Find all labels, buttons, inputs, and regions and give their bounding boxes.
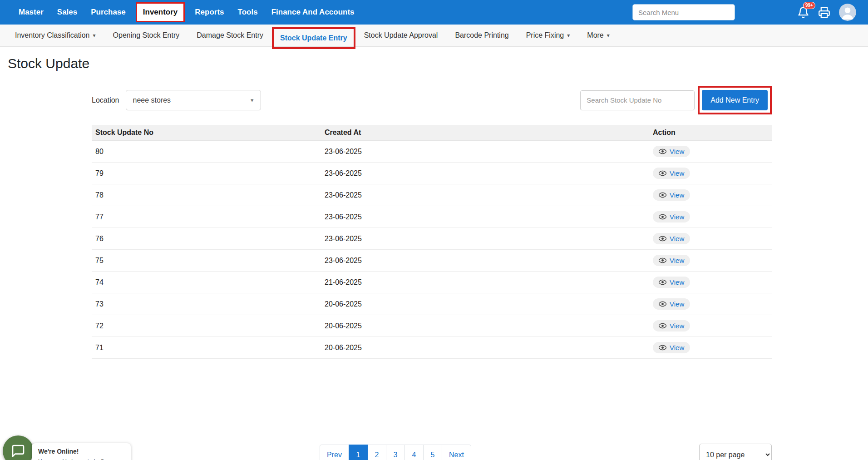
navbar-item[interactable]: Finance And Accounts (265, 0, 361, 25)
chevron-down-icon: ▾ (93, 32, 96, 39)
add-new-entry-button[interactable]: Add New Entry (702, 90, 768, 110)
view-button[interactable]: View (653, 211, 690, 223)
stock-update-no-cell: 79 (92, 163, 321, 184)
pagination-next-button[interactable]: Next (442, 445, 471, 460)
view-button[interactable]: View (653, 233, 690, 244)
view-button[interactable]: View (653, 277, 690, 288)
action-cell: View (649, 141, 772, 163)
header-action: Action (649, 125, 772, 141)
stock-update-no-cell: 76 (92, 228, 321, 250)
notification-badge: 99+ (803, 2, 815, 9)
table-footer: Prev 1 2 3 4 5 Next 10 per page (92, 444, 772, 460)
search-menu-input[interactable] (632, 4, 735, 20)
chat-launcher[interactable] (3, 435, 34, 460)
action-cell: View (649, 293, 772, 315)
subnav-item[interactable]: Stock Update Approval ▾ (355, 31, 447, 40)
notification-bell-icon[interactable]: 99+ (797, 6, 809, 19)
table-row: 77 23-06-2025 View (92, 206, 772, 228)
navbar-right: 99+ (632, 4, 856, 21)
stock-update-no-cell: 73 (92, 293, 321, 315)
view-button-label: View (670, 257, 684, 264)
subnav-item-label: Opening Stock Entry (113, 31, 180, 40)
view-button-label: View (670, 213, 684, 221)
view-button[interactable]: View (653, 342, 690, 353)
eye-icon (659, 192, 666, 198)
view-button-label: View (670, 300, 684, 308)
view-button[interactable]: View (653, 168, 690, 179)
action-cell: View (649, 272, 772, 293)
view-button[interactable]: View (653, 298, 690, 310)
stock-update-search-input[interactable] (580, 90, 695, 110)
inventory-subnav: Inventory Classification ▾ Opening Stock… (0, 25, 868, 47)
stock-update-no-cell: 75 (92, 250, 321, 272)
view-button-label: View (670, 278, 684, 286)
eye-icon (659, 323, 666, 329)
navbar-item[interactable]: Master (12, 0, 50, 25)
navbar-item-label: Purchase (91, 8, 126, 17)
pagination-page-button[interactable]: 3 (386, 445, 405, 460)
table-row: 79 23-06-2025 View (92, 163, 772, 184)
subnav-item-label: Inventory Classification (15, 31, 90, 40)
action-cell: View (649, 250, 772, 272)
pagination-page-button[interactable]: 5 (423, 445, 442, 460)
per-page-select[interactable]: 10 per page (699, 444, 772, 460)
stock-update-no-cell: 77 (92, 206, 321, 228)
subnav-item[interactable]: Price Fixing ▾ (518, 31, 579, 40)
navbar-item[interactable]: Tools (231, 0, 265, 25)
stock-update-no-cell: 78 (92, 184, 321, 206)
stock-update-no-cell: 72 (92, 315, 321, 337)
pagination-page-button[interactable]: 2 (367, 445, 386, 460)
subnav-item-label: Stock Update Approval (364, 31, 438, 40)
pagination-page-button[interactable]: 4 (404, 445, 424, 460)
top-navbar: Master Sales Purchase Inventory Reports … (0, 0, 868, 25)
subnav-item[interactable]: Inventory Classification ▾ (6, 31, 104, 40)
view-button[interactable]: View (653, 146, 690, 157)
eye-icon (659, 279, 666, 285)
user-avatar[interactable] (839, 4, 856, 21)
view-button[interactable]: View (653, 189, 690, 201)
printer-icon[interactable] (818, 6, 830, 19)
stock-update-no-cell: 80 (92, 141, 321, 163)
per-page-control: 10 per page (699, 444, 772, 460)
action-cell: View (649, 337, 772, 359)
subnav-item[interactable]: Stock Update Entry ▾ (272, 27, 355, 49)
view-button[interactable]: View (653, 255, 690, 266)
action-cell: View (649, 184, 772, 206)
eye-icon (659, 257, 666, 263)
table-row: 72 20-06-2025 View (92, 315, 772, 337)
table-row: 74 21-06-2025 View (92, 272, 772, 293)
eye-icon (659, 236, 666, 242)
navbar-item[interactable]: Sales (50, 0, 84, 25)
navbar-item[interactable]: Inventory (136, 2, 185, 22)
chat-popup[interactable]: We're Online! How may I help you today? (32, 443, 131, 460)
view-button-label: View (670, 235, 684, 242)
action-cell: View (649, 206, 772, 228)
created-at-cell: 20-06-2025 (321, 337, 649, 359)
subnav-item[interactable]: More ▾ (578, 31, 618, 40)
navbar-item[interactable]: Purchase (84, 0, 133, 25)
chevron-down-icon: ▾ (567, 32, 570, 39)
subnav-item[interactable]: Barcode Printing ▾ (446, 31, 517, 40)
subnav-item[interactable]: Opening Stock Entry ▾ (104, 31, 188, 40)
toolbar-right: Add New Entry (580, 86, 772, 114)
view-button-label: View (670, 169, 684, 177)
subnav-item[interactable]: Damage Stock Entry ▾ (188, 31, 272, 40)
location-select[interactable]: neee stores ▾ (126, 90, 261, 110)
table-header-row: Stock Update No Created At Action (92, 125, 772, 141)
view-button[interactable]: View (653, 320, 690, 331)
pagination-page-button[interactable]: 1 (349, 445, 368, 460)
pagination-prev-button[interactable]: Prev (320, 445, 349, 460)
created-at-cell: 23-06-2025 (321, 250, 649, 272)
page-content: Location neee stores ▾ Add New Entry Sto… (92, 86, 772, 460)
stock-update-no-cell: 74 (92, 272, 321, 293)
table-row: 71 20-06-2025 View (92, 337, 772, 359)
view-button-label: View (670, 344, 684, 351)
stock-update-table: Stock Update No Created At Action 80 23-… (92, 125, 772, 359)
created-at-cell: 20-06-2025 (321, 293, 649, 315)
navbar-item-label: Sales (57, 8, 77, 17)
table-row: 75 23-06-2025 View (92, 250, 772, 272)
created-at-cell: 23-06-2025 (321, 141, 649, 163)
eye-icon (659, 170, 666, 176)
table-row: 78 23-06-2025 View (92, 184, 772, 206)
navbar-item[interactable]: Reports (188, 0, 231, 25)
